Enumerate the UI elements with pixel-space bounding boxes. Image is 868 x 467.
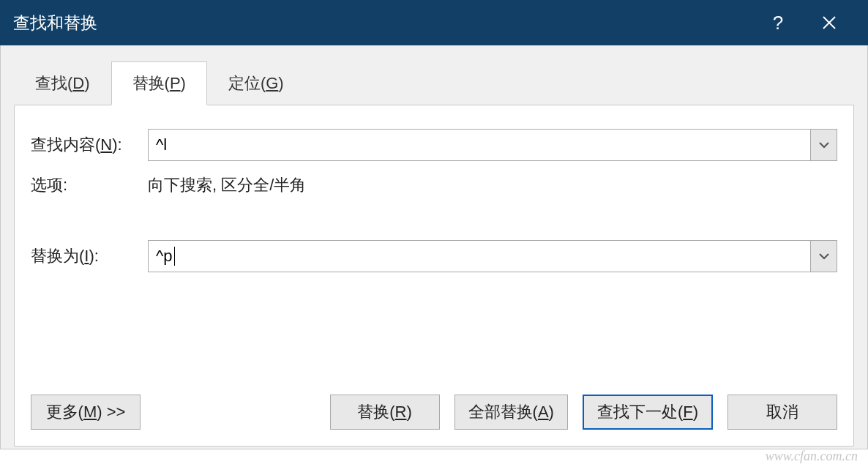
replace-button[interactable]: 替换(R) [330, 395, 440, 430]
tab-label: 替换(P) [132, 74, 186, 92]
cancel-button[interactable]: 取消 [727, 395, 837, 430]
dialog-title: 查找和替换 [13, 12, 752, 34]
dialog-body: 查找(D) 替换(P) 定位(G) 查找内容(N): 选项: 向下搜索, 区分全… [0, 45, 868, 449]
chevron-down-icon [818, 141, 830, 149]
tab-replace[interactable]: 替换(P) [111, 61, 207, 105]
help-button[interactable]: ? [752, 0, 804, 45]
replace-label: 替换为(I): [31, 245, 148, 267]
find-input[interactable] [149, 130, 810, 160]
tab-strip: 查找(D) 替换(P) 定位(G) [14, 61, 854, 105]
find-next-button[interactable]: 查找下一处(F) [583, 395, 713, 430]
options-value: 向下搜索, 区分全/半角 [148, 174, 306, 196]
tab-goto[interactable]: 定位(G) [207, 61, 305, 105]
find-row: 查找内容(N): [31, 129, 837, 161]
close-icon [822, 15, 837, 30]
find-combo [148, 129, 837, 161]
titlebar: 查找和替换 ? [0, 0, 868, 45]
tab-panel-replace: 查找内容(N): 选项: 向下搜索, 区分全/半角 替换为(I): ^p [14, 105, 854, 447]
replace-input[interactable]: ^p [149, 241, 810, 272]
chevron-down-icon [818, 253, 830, 260]
watermark: www.cfan.com.cn [766, 449, 858, 464]
tab-label: 查找(D) [35, 74, 90, 92]
replace-dropdown-button[interactable] [810, 241, 837, 272]
tab-find[interactable]: 查找(D) [14, 61, 111, 105]
find-dropdown-button[interactable] [810, 130, 837, 160]
button-row: 更多(M) >> 替换(R) 全部替换(A) 查找下一处(F) 取消 [31, 395, 837, 430]
replace-all-button[interactable]: 全部替换(A) [454, 395, 568, 430]
more-button[interactable]: 更多(M) >> [31, 395, 141, 430]
replace-row: 替换为(I): ^p [31, 240, 837, 272]
options-label: 选项: [31, 174, 148, 196]
close-button[interactable] [804, 0, 855, 45]
replace-combo: ^p [148, 240, 837, 272]
text-cursor [174, 247, 175, 266]
tab-label: 定位(G) [228, 74, 284, 92]
find-label: 查找内容(N): [31, 134, 148, 156]
options-row: 选项: 向下搜索, 区分全/半角 [31, 174, 837, 196]
